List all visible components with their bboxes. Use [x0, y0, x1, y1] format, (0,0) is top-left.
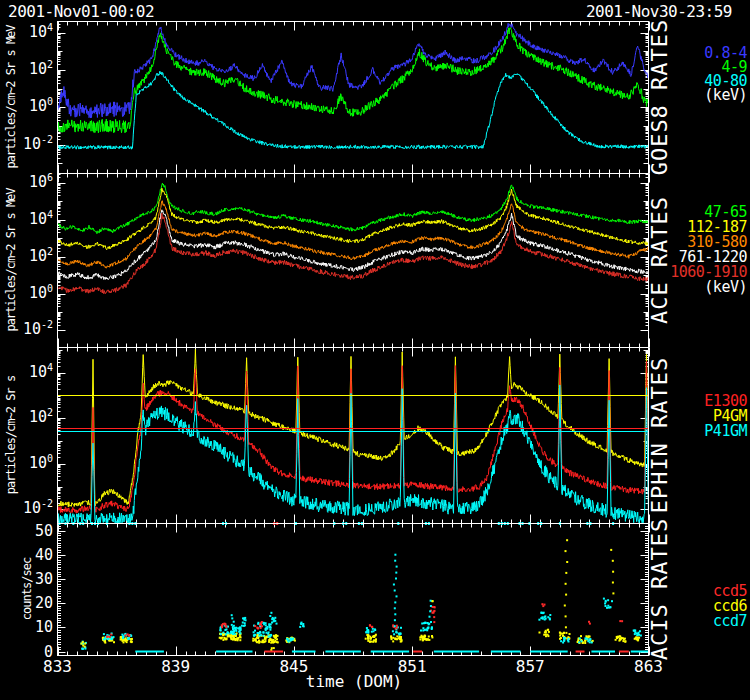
scatter-dot-ccd7	[568, 641, 570, 643]
scatter-dot-ccd6	[612, 592, 614, 594]
scatter-dot-ccd7	[543, 612, 545, 614]
scatter-dot-ccd6	[548, 631, 550, 633]
scatter-dot-ccd7	[108, 638, 110, 640]
scatter-dot-ccd6	[635, 636, 637, 638]
scatter-dot-ccd6	[273, 647, 275, 649]
scatter-dot-ccd7	[394, 590, 396, 592]
scatter-dot-ccd7	[547, 616, 549, 618]
scatter-dot-ccd7	[243, 625, 245, 627]
scatter-dot-ccd7	[394, 613, 396, 615]
scatter-dot-ccd7	[606, 607, 608, 609]
scatter-dot-ccd7	[538, 619, 540, 621]
scatter-dot-ccd7	[429, 610, 431, 612]
scatter-dot-ccd5	[396, 625, 398, 627]
scatter-dot-ccd5	[109, 636, 111, 638]
scatter-dot-ccd6	[258, 642, 260, 644]
scatter-dot-ccd7	[398, 633, 400, 635]
scatter-dot-ccd6	[615, 639, 617, 641]
scatter-dot-ccd5	[544, 604, 546, 606]
scatter-dot-ccd5	[396, 627, 398, 629]
scatter-dot-ccd6	[421, 636, 423, 638]
y-axis-label: particles/cm~2 Sr s	[3, 285, 19, 585]
scatter-dot-ccd6	[271, 647, 273, 649]
scatter-dot-ccd7	[431, 626, 433, 628]
scatter-dot-ccd7	[262, 631, 264, 633]
scatter-dot-ccd6	[565, 594, 567, 596]
legend-item-ccd7: ccd7	[713, 612, 747, 630]
scatter-dot-ccd7	[541, 616, 543, 618]
scatter-dot-ccd7	[365, 631, 367, 633]
scatter-dot-ccd6	[261, 641, 263, 643]
scatter-dot-ccd6	[220, 638, 222, 640]
scatter-dot-ccd7	[233, 631, 235, 633]
scatter-dot-ccd6	[621, 637, 623, 639]
plot-canvas	[0, 0, 750, 700]
scatter-dot-ccd7	[259, 631, 261, 633]
scatter-dot-ccd6	[622, 640, 624, 642]
scatter-dot-ccd7	[273, 620, 275, 622]
zero-level-dash-ccd5	[619, 651, 629, 653]
scatter-dot-ccd7	[428, 623, 430, 625]
scatter-dot-ccd7	[266, 628, 268, 630]
scatter-dot-ccd7	[227, 632, 229, 634]
scatter-dot-ccd5	[127, 633, 129, 635]
zero-level-dash-ccd7	[491, 651, 521, 653]
scatter-dot-ccd5	[432, 612, 434, 614]
scatter-dot-ccd6	[612, 571, 614, 573]
scatter-dot-ccd7	[238, 628, 240, 630]
scatter-dot-ccd7	[639, 630, 641, 632]
x-tick-label: 857	[500, 657, 560, 676]
scatter-dot-ccd5	[433, 621, 435, 623]
scatter-dot-ccd7	[276, 623, 278, 625]
scatter-dot-ccd6	[82, 641, 84, 643]
scatter-dot-ccd6	[265, 640, 267, 642]
scatter-dot-ccd7	[393, 633, 395, 635]
scatter-dot-ccd6	[276, 638, 278, 640]
zero-level-dash-ccd7	[371, 651, 409, 653]
scatter-dot-ccd6	[612, 582, 614, 584]
scatter-dot-ccd7	[303, 625, 305, 627]
scatter-dot-ccd7	[603, 598, 605, 600]
scatter-dot-ccd7	[425, 622, 427, 624]
zero-level-dash-ccd5	[576, 651, 585, 653]
scatter-dot-ccd7	[395, 578, 397, 580]
scatter-dot-ccd7	[581, 640, 583, 642]
scatter-dot-ccd5	[257, 627, 259, 629]
scatter-dot-ccd5	[106, 636, 108, 638]
scatter-dot-ccd6	[256, 641, 258, 643]
scatter-dot-ccd5	[371, 626, 373, 628]
scatter-dot-ccd6	[419, 636, 421, 638]
scatter-dot-ccd7	[234, 633, 236, 635]
scatter-dot-ccd7	[396, 566, 398, 568]
scatter-dot-ccd6	[268, 641, 270, 643]
scatter-dot-ccd5	[621, 620, 623, 622]
scatter-dot-ccd7	[301, 622, 303, 624]
scatter-dot-ccd7	[564, 637, 566, 639]
scatter-dot-ccd7	[288, 641, 290, 643]
scatter-dot-ccd7	[366, 627, 368, 629]
scatter-dot-ccd7	[81, 648, 83, 650]
y-major-ticks	[58, 34, 649, 164]
scatter-dot-ccd7	[589, 641, 591, 643]
scatter-dot-ccd6	[565, 615, 567, 617]
scatter-dot-ccd7	[544, 615, 546, 617]
scatter-dot-ccd6	[560, 633, 562, 635]
scatter-dot-ccd5	[225, 626, 227, 628]
scatter-dot-ccd7	[254, 630, 256, 632]
scatter-dot-ccd5	[434, 606, 436, 608]
scatter-dot-ccd7	[269, 615, 271, 617]
scatter-dot-ccd7	[233, 621, 235, 623]
scatter-dot-ccd7	[223, 632, 225, 634]
zero-level-dash-ccd7	[135, 651, 164, 653]
scatter-dot-ccd6	[131, 638, 133, 640]
scatter-dot-ccd7	[292, 639, 294, 641]
scatter-dot-ccd7	[429, 616, 431, 618]
panel-frame	[58, 22, 649, 174]
scatter-dot-ccd6	[368, 638, 370, 640]
scatter-dot-ccd7	[103, 633, 105, 635]
scatter-dot-ccd7	[395, 572, 397, 574]
scatter-dot-ccd6	[131, 641, 133, 643]
scatter-dot-ccd6	[624, 641, 626, 643]
scatter-dot-ccd6	[424, 638, 426, 640]
scatter-dot-ccd6	[562, 635, 564, 637]
